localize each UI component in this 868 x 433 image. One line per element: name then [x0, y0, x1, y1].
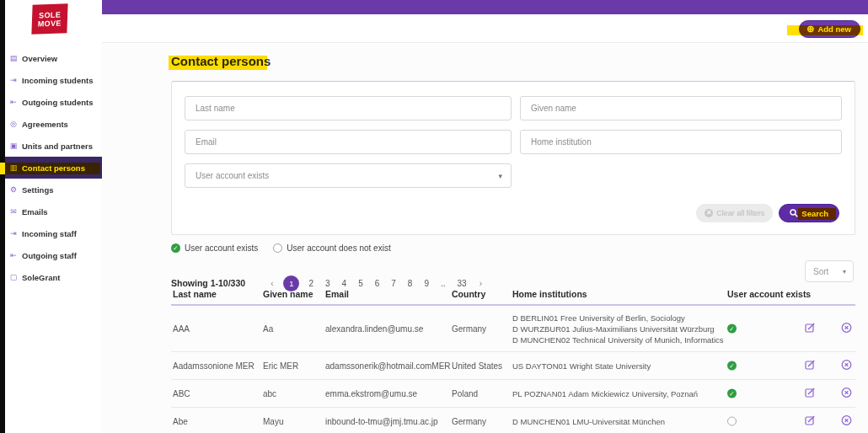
sidebar-item-agreements[interactable]: ◎Agreements [5, 113, 102, 135]
radio-option[interactable]: User account does not exist [273, 243, 390, 253]
logo-line2: MOVE [38, 19, 62, 28]
cell-home-institutions: PL POZNAN01 Adam Mickiewicz University, … [512, 388, 698, 399]
filter-panel: Last name Given name Email Home institut… [171, 81, 855, 235]
cell-country: Germany [452, 324, 486, 334]
institution-line: D WURZBUR01 Julius-Maximilians Universit… [512, 323, 724, 334]
cell-home-institutions: D BERLIN01 Free University of Berlin, So… [512, 313, 724, 345]
sort-label: Sort [813, 267, 828, 276]
search-button[interactable]: Search [779, 204, 839, 222]
chevron-down-icon: ▾ [843, 268, 846, 275]
cell-home-institutions: D MUNCHEN01 LMU-Universität München [512, 416, 665, 427]
table-row: AAAAaalexandra.linden@umu.seGermanyD BER… [171, 306, 855, 352]
chevron-down-icon: ▾ [498, 172, 502, 180]
column-header: Given name [263, 289, 313, 299]
cell-given-name: Aa [263, 324, 273, 334]
column-header: Home institutions [512, 289, 587, 299]
agreements-icon: ◎ [8, 120, 19, 128]
institution-line: D MUNCHEN01 LMU-Universität München [512, 416, 665, 427]
sidebar-item-settings[interactable]: ⚙Settings [5, 179, 102, 200]
remove-icon[interactable] [841, 360, 852, 372]
sidebar-item-label: Incoming staff [22, 229, 77, 238]
page-title: Contact persons [171, 54, 271, 68]
emails-icon: ✉ [8, 207, 19, 216]
solemove-logo[interactable]: SOLE MOVE [31, 3, 67, 35]
remove-icon[interactable] [841, 415, 852, 428]
user-account-exists-dropdown[interactable]: User account exists ▾ [185, 163, 512, 188]
add-new-button[interactable]: ⊕ Add new [799, 20, 860, 38]
cell-given-name: Eric MER [263, 361, 298, 371]
sidebar-item-overview[interactable]: ▤Overview [5, 47, 102, 69]
account-missing-circle-icon [727, 417, 737, 426]
column-header: Country [452, 289, 485, 299]
sidebar-item-contact-persons[interactable]: ▥Contact persons [5, 157, 102, 179]
sidebar-item-units-and-partners[interactable]: ▣Units and partners [5, 135, 102, 157]
table-row: ABCabcemma.ekstrom@umu.sePolandPL POZNAN… [171, 380, 855, 408]
institution-line: US DAYTON01 Wright State University [512, 361, 651, 372]
settings-icon: ⚙ [8, 185, 19, 194]
cell-country: Germany [452, 417, 486, 426]
plus-circle-icon: ⊕ [806, 24, 814, 34]
cell-email: alexandra.linden@umu.se [325, 324, 423, 334]
units-and-partners-icon: ▣ [8, 142, 19, 150]
institution-line: D MUNCHEN02 Technical University of Muni… [512, 334, 724, 345]
cell-email: emma.ekstrom@umu.se [325, 389, 417, 398]
cell-last-name: Aadamssonione MER [173, 361, 255, 371]
account-exists-check-icon: ✓ [727, 389, 737, 398]
sidebar-item-label: Outgoing staff [22, 251, 77, 260]
remove-icon[interactable] [841, 323, 852, 335]
incoming-staff-icon: ⇥ [8, 229, 19, 238]
email-input[interactable]: Email [185, 130, 512, 154]
edit-icon[interactable] [805, 360, 816, 372]
sidebar-item-label: Incoming students [22, 76, 93, 85]
table-header: Last nameGiven nameEmailCountryHome inst… [171, 286, 855, 306]
add-new-label: Add new [817, 24, 851, 34]
account-exists-check-icon: ✓ [727, 361, 737, 371]
cell-country: Poland [452, 389, 478, 398]
institution-line: PL POZNAN01 Adam Mickiewicz University, … [512, 388, 698, 399]
sidebar: SOLE MOVE ▤Overview⇥Incoming students⇤Ou… [5, 0, 103, 433]
given-name-input[interactable]: Given name [520, 96, 842, 120]
overview-icon: ▤ [8, 54, 19, 62]
cell-home-institutions: US DAYTON01 Wright State University [512, 361, 651, 372]
table-row: Aadamssonione MEREric MERadamssonerik@ho… [171, 352, 855, 380]
search-icon [790, 209, 798, 217]
remove-icon[interactable] [841, 388, 852, 400]
cell-email: inbound-to-tmu@jmj.tmu.ac.jp [325, 417, 438, 426]
account-exists-check-icon: ✓ [727, 324, 737, 334]
top-bar [102, 0, 868, 14]
sort-dropdown[interactable]: Sort ▾ [805, 260, 854, 282]
sidebar-item-outgoing-students[interactable]: ⇤Outgoing students [5, 91, 102, 113]
last-name-input[interactable]: Last name [185, 96, 512, 120]
sidebar-item-label: Overview [22, 54, 57, 63]
sidebar-item-label: Units and partners [22, 142, 93, 151]
edit-icon[interactable] [805, 323, 816, 335]
filter-buttons: ✕ Clear all filters Search [696, 204, 839, 222]
dropdown-value: User account exists [196, 171, 269, 180]
cell-email: adamssonerik@hotmail.comMER [325, 361, 451, 371]
sidebar-item-label: Settings [22, 185, 53, 195]
sidebar-item-label: Contact persons [22, 163, 85, 173]
edit-icon[interactable] [805, 415, 816, 428]
radio-selected[interactable]: ✓User account exists [171, 243, 258, 253]
sidebar-item-solegrant[interactable]: ▢SoleGrant [5, 266, 102, 288]
radio-label: User account exists [185, 243, 258, 253]
sidebar-item-incoming-students[interactable]: ⇥Incoming students [5, 69, 102, 91]
sidebar-item-outgoing-staff[interactable]: ⇤Outgoing staff [5, 244, 102, 266]
sidebar-item-emails[interactable]: ✉Emails [5, 200, 102, 222]
toolbar-row: ⊕ Add new [102, 14, 868, 43]
sidebar-item-incoming-staff[interactable]: ⇥Incoming staff [5, 222, 102, 244]
edit-icon[interactable] [805, 388, 816, 400]
radio-unchecked-icon [273, 243, 282, 253]
home-institution-input[interactable]: Home institution [520, 130, 842, 154]
main-content: ⊕ Add new Contact persons Last name Give… [102, 14, 868, 433]
clear-label: Clear all filters [716, 209, 764, 217]
solegrant-icon: ▢ [8, 273, 19, 281]
clear-circle-x-icon: ✕ [705, 209, 713, 217]
sidebar-item-label: Agreements [22, 120, 68, 129]
clear-all-filters-button[interactable]: ✕ Clear all filters [696, 204, 773, 222]
outgoing-staff-icon: ⇤ [8, 251, 19, 259]
cell-last-name: AAA [173, 324, 190, 334]
radio-checked-icon: ✓ [171, 243, 180, 253]
account-radio-group: ✓User account existsUser account does no… [171, 243, 391, 253]
column-header: Email [325, 289, 349, 299]
